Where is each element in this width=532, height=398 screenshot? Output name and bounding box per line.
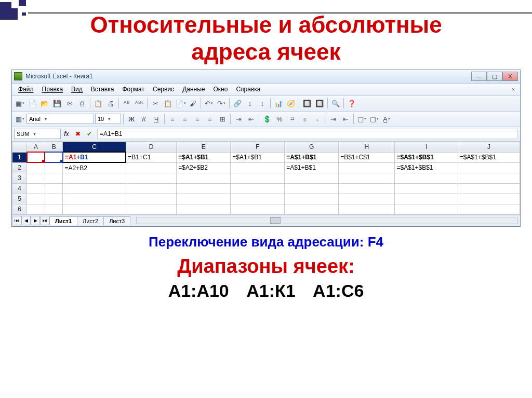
align-right-button[interactable]: ≡ <box>192 113 203 125</box>
cell[interactable] <box>63 173 126 183</box>
cell[interactable] <box>285 173 339 183</box>
chart-button[interactable]: 📊 <box>273 98 284 109</box>
cell[interactable] <box>395 173 458 183</box>
currency-button[interactable]: 💲 <box>261 113 273 125</box>
menu-data[interactable]: Данные <box>178 85 209 94</box>
col-header-F[interactable]: F <box>231 142 285 152</box>
cell-E2[interactable]: =$A2+$B2 <box>177 162 231 173</box>
cell[interactable] <box>339 173 395 183</box>
hyperlink-button[interactable]: 🔗 <box>232 98 243 109</box>
menu-tools[interactable]: Сервис <box>149 85 178 94</box>
email-button[interactable]: ✉ <box>64 98 75 109</box>
add-decimal-button[interactable]: ₊ <box>311 113 323 125</box>
cell-G2[interactable]: =A$1+B$1 <box>285 162 339 173</box>
decrease-indent-button[interactable]: ⇥ <box>327 113 339 125</box>
bold-button[interactable]: Ж <box>126 113 137 125</box>
increase-indent-button[interactable]: ⇤ <box>340 113 351 125</box>
col-header-E[interactable]: E <box>177 142 231 152</box>
cell[interactable] <box>45 194 63 204</box>
styles-button[interactable]: ▦ <box>14 113 25 125</box>
cell[interactable] <box>177 204 231 214</box>
cancel-formula-button[interactable]: ✖ <box>73 129 83 139</box>
col-header-B[interactable]: B <box>45 142 63 152</box>
cell[interactable] <box>395 183 458 194</box>
cell-A1[interactable] <box>27 152 45 162</box>
cell-C2[interactable]: =A2+B2 <box>63 162 126 173</box>
cell[interactable] <box>285 194 339 204</box>
cell-H2[interactable] <box>339 162 395 173</box>
row-header-5[interactable]: 5 <box>12 194 27 204</box>
cell[interactable] <box>63 183 126 194</box>
cell[interactable] <box>45 183 63 194</box>
cell-I2[interactable]: =$A$1+$B$1 <box>395 162 458 173</box>
align-center-button[interactable]: ≡ <box>179 113 191 125</box>
menu-view[interactable]: Вид <box>67 85 87 94</box>
zoom-button[interactable]: 🔍 <box>330 98 341 109</box>
sheet-tab-1[interactable]: Лист1 <box>49 216 77 225</box>
row-header-6[interactable]: 6 <box>12 204 27 214</box>
cell[interactable] <box>45 204 63 214</box>
cell-G1[interactable]: =A$1+B$1 <box>285 152 339 162</box>
col-header-C[interactable]: C <box>63 142 126 152</box>
cell-F1[interactable]: =$A1+$B1 <box>231 152 285 162</box>
col-header-J[interactable]: J <box>458 142 520 152</box>
cell[interactable] <box>458 183 520 194</box>
minimize-button[interactable]: — <box>471 72 487 81</box>
cell[interactable] <box>458 204 520 214</box>
print-preview-button[interactable]: 🖨 <box>105 98 116 109</box>
col-header-I[interactable]: I <box>395 142 458 152</box>
col-header-D[interactable]: D <box>126 142 176 152</box>
cell[interactable] <box>126 183 176 194</box>
percent-button[interactable]: % <box>274 113 285 125</box>
cell[interactable] <box>231 194 285 204</box>
formula-input[interactable]: =A1+B1 <box>97 129 518 139</box>
tab-nav-first[interactable]: ⏮ <box>12 216 21 225</box>
cell[interactable] <box>231 183 285 194</box>
row-header-1[interactable]: 1 <box>12 152 27 162</box>
accept-formula-button[interactable]: ✔ <box>84 129 95 139</box>
cell-B2[interactable] <box>45 162 63 173</box>
cell-B1[interactable] <box>45 152 63 162</box>
row-header-2[interactable]: 2 <box>12 162 27 173</box>
fx-button[interactable]: fx <box>61 129 72 139</box>
sort-desc-button[interactable]: ↕ <box>257 98 268 109</box>
navigator-button[interactable]: 🧭 <box>285 98 297 109</box>
cut-button[interactable]: ✂ <box>150 98 161 109</box>
cell-I1[interactable]: =$A$1+$B$1 <box>395 152 458 162</box>
sheet-tab-3[interactable]: Лист3 <box>103 216 130 225</box>
tab-nav-next[interactable]: ▶ <box>31 216 40 225</box>
name-box[interactable]: SUM ▼ <box>14 129 61 139</box>
merge-cells-button[interactable]: ⊞ <box>217 113 228 125</box>
remove-decimal-button[interactable]: ₀ <box>299 113 310 125</box>
cell[interactable] <box>395 204 458 214</box>
cell-E1[interactable]: =$A1+$B1 <box>177 152 231 162</box>
rtl-button[interactable]: ⇤ <box>245 113 257 125</box>
row-header-3[interactable]: 3 <box>12 173 27 183</box>
cell[interactable] <box>63 194 126 204</box>
sort-asc-button[interactable]: ↕ <box>244 98 256 109</box>
cell[interactable] <box>231 204 285 214</box>
select-all-cell[interactable] <box>12 142 27 152</box>
font-color-button[interactable]: A̲ <box>381 113 392 125</box>
tab-nav-last[interactable]: ⏭ <box>40 216 49 225</box>
cell[interactable] <box>339 194 395 204</box>
ltr-button[interactable]: ⇥ <box>233 113 244 125</box>
cell[interactable] <box>339 183 395 194</box>
window-titlebar[interactable]: Microsoft Excel - Книга1 — ▢ X <box>12 70 520 84</box>
cell-F2[interactable] <box>231 162 285 173</box>
cell[interactable] <box>126 173 176 183</box>
cell[interactable] <box>285 183 339 194</box>
cell[interactable] <box>27 183 45 194</box>
underline-button[interactable]: Ч <box>151 113 162 125</box>
number-format-button[interactable]: ⌗ <box>286 113 298 125</box>
row-header-4[interactable]: 4 <box>12 183 27 194</box>
cell[interactable] <box>177 173 231 183</box>
datasources-button[interactable]: 🔲 <box>314 98 325 109</box>
menu-edit[interactable]: Правка <box>38 85 68 94</box>
print-button[interactable]: ⎙ <box>76 98 88 109</box>
cell[interactable] <box>63 204 126 214</box>
export-pdf-button[interactable]: 📋 <box>92 98 104 109</box>
close-document-button[interactable]: × <box>509 85 518 93</box>
cell-H1[interactable]: =B$1+C$1 <box>339 152 395 162</box>
menu-help[interactable]: Справка <box>232 85 264 94</box>
